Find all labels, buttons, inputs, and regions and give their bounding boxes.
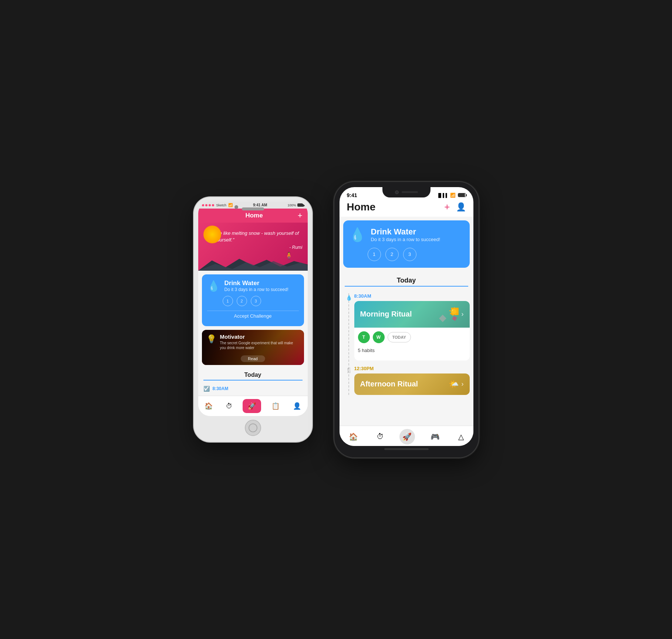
phone1-screen: Sketch 📶 9:41 AM 100% Home + "Be like me… [198, 202, 308, 416]
drink-drop-icon: 💧 [349, 227, 366, 243]
water-timeline-icon: 💧 [346, 295, 352, 301]
motivator-text: Motivator The secret Google experiment t… [220, 334, 300, 350]
battery-icon-2 [458, 193, 466, 197]
afternoon-ritual-title: Afternoon Ritual [360, 380, 418, 388]
battery-label-1: 100% [287, 203, 296, 207]
challenge-subtitle: Do it 3 days in a row to succeed! [224, 287, 288, 292]
nav-rocket-2[interactable]: 🚀 [399, 429, 415, 444]
morning-timeline-item: 💧 8:30AM Morning Ritual ☀️ [354, 293, 470, 361]
food-timeline-icon: 🍴 [346, 367, 352, 373]
afternoon-ritual-arrow: › [462, 380, 464, 388]
tasks-icon-1: 📋 [271, 402, 280, 410]
rocket-icon-1: 🚀 [248, 402, 256, 410]
wifi-icon-2: 📶 [450, 193, 456, 198]
afternoon-ritual-card[interactable]: Afternoon Ritual 🌤️ › [354, 373, 470, 395]
nav-timer-2[interactable]: ⏱ [374, 431, 387, 442]
drink-water-subtitle: Do it 3 days in a row to succeed! [371, 237, 440, 242]
front-camera [395, 190, 399, 194]
phone1-scroll-content[interactable]: 💧 Drink Water Do it 3 days in a row to s… [198, 271, 308, 396]
phone2-device: 9:41 ▐▌▌▌ 📶 Home + 👤 💧 [334, 182, 479, 457]
morning-ritual-arrow: › [462, 310, 464, 318]
bottom-nav-2: 🏠 ⏱ 🚀 🎮 △ [340, 426, 473, 446]
timeline: 💧 8:30AM Morning Ritual ☀️ [343, 293, 470, 395]
morning-decoration: ☀️ [440, 307, 459, 322]
motivator-description: The secret Google experiment that will m… [220, 341, 300, 350]
header-icons-2: + 👤 [444, 201, 466, 213]
timer-icon-1: ⏱ [226, 402, 233, 410]
nav-tasks-1[interactable]: 📋 [269, 400, 283, 412]
wifi-icon-1: 📶 [228, 203, 233, 207]
challenge-day-1: 1 [223, 296, 233, 306]
badge-today[interactable]: TODAY [388, 332, 411, 342]
status-dot-2 [205, 204, 207, 206]
today-section-2: Today [343, 274, 470, 293]
nav-game-2[interactable]: 🎮 [428, 431, 443, 443]
phone1-device: Sketch 📶 9:41 AM 100% Home + "Be like me… [194, 197, 312, 442]
drink-water-title: Drink Water [371, 227, 440, 237]
status-dot-1 [202, 204, 204, 206]
phone2-screen: 9:41 ▐▌▌▌ 📶 Home + 👤 💧 [340, 187, 473, 446]
add-button-2[interactable]: + [444, 201, 450, 213]
challenge-day-2: 2 [237, 296, 247, 306]
triangle-icon-2: △ [458, 432, 464, 441]
today-label-1: Today [203, 372, 303, 381]
afternoon-time: 12:30PM [354, 366, 470, 371]
morning-ritual-group[interactable]: Morning Ritual ☀️ › [354, 301, 470, 361]
timer-icon-2: ⏱ [376, 432, 384, 441]
home-button[interactable] [245, 420, 261, 436]
badge-wednesday: W [373, 331, 385, 343]
motivator-card[interactable]: 💡 Motivator The secret Google experiment… [202, 330, 304, 365]
challenge-title: Drink Water [224, 280, 288, 287]
nav-rocket-1[interactable]: 🚀 [243, 399, 261, 413]
home-indicator [384, 448, 429, 450]
signal-icon: ▐▌▌▌ [437, 193, 448, 197]
water-drop-icon: 💧 [207, 280, 220, 292]
profile-button-2[interactable]: 👤 [456, 202, 466, 212]
habits-count: 5 habits [354, 348, 470, 357]
drink-card-header: 💧 Drink Water Do it 3 days in a row to s… [349, 227, 464, 243]
nav-timer-1[interactable]: ⏱ [223, 401, 236, 412]
status-icons-2: ▐▌▌▌ 📶 [437, 193, 466, 198]
task-checklist-icon: ☑️ [203, 386, 210, 392]
bulb-icon: 💡 [206, 334, 216, 344]
nav-home-1[interactable]: 🏠 [202, 400, 216, 412]
status-dot-4 [212, 204, 214, 206]
accept-challenge-button[interactable]: Accept Challenge [207, 311, 299, 321]
today-row-1: ☑️ 8:30AM [203, 383, 303, 394]
battery-icon-1 [297, 203, 304, 207]
speaker [402, 191, 418, 193]
motivator-content: 💡 Motivator The secret Google experiment… [202, 330, 304, 365]
sun-decoration [203, 226, 221, 243]
drink-day-1: 1 [368, 248, 381, 261]
today-label-2: Today [345, 277, 468, 287]
afternoon-dot: 🍴 [346, 367, 352, 373]
status-time-2: 9:41 [347, 192, 357, 198]
challenge-days: 1 2 3 [223, 296, 299, 306]
phone2-scroll-content[interactable]: 💧 Drink Water Do it 3 days in a row to s… [340, 217, 473, 426]
challenge-card[interactable]: 💧 Drink Water Do it 3 days in a row to s… [202, 274, 304, 326]
status-time-1: 9:41 AM [253, 203, 267, 207]
morning-ritual-title: Morning Ritual [360, 310, 412, 318]
bottom-nav-1: 🏠 ⏱ 🚀 📋 👤 [198, 396, 308, 416]
morning-ritual-card[interactable]: Morning Ritual ☀️ › [354, 301, 470, 328]
profile-icon-1: 👤 [293, 402, 301, 410]
today-time-1: 8:30AM [213, 386, 229, 391]
home-icon-2: 🏠 [349, 432, 358, 441]
header-1: Home + [198, 209, 308, 223]
nav-profile-1[interactable]: 👤 [290, 400, 304, 412]
drink-day-2: 2 [385, 248, 399, 261]
status-bar-1: Sketch 📶 9:41 AM 100% [198, 202, 308, 209]
challenge-day-3: 3 [251, 296, 261, 306]
page-title-2: Home [347, 201, 376, 213]
motivator-title: Motivator [220, 334, 300, 340]
nav-home-2[interactable]: 🏠 [346, 431, 361, 443]
add-button-1[interactable]: + [298, 211, 303, 220]
timeline-line [348, 293, 349, 395]
nav-profile-2[interactable]: △ [455, 431, 467, 443]
mountain-svg [198, 257, 308, 271]
drink-water-card[interactable]: 💧 Drink Water Do it 3 days in a row to s… [343, 220, 470, 268]
challenge-header: 💧 Drink Water Do it 3 days in a row to s… [207, 280, 299, 292]
page-title-1: Home [245, 212, 263, 219]
home-icon-1: 🏠 [205, 402, 213, 410]
carrier-label: Sketch [216, 203, 227, 207]
